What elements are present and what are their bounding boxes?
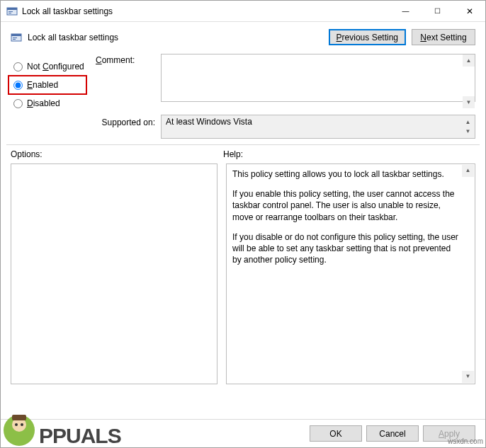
radio-enabled-input[interactable]	[13, 81, 23, 90]
state-radio-group: Not Configured Enabled Disabled	[11, 54, 96, 112]
supported-value: At least Windows Vista	[166, 117, 252, 127]
scroll-down-icon[interactable]: ▼	[462, 371, 474, 383]
policy-icon	[6, 6, 18, 17]
previous-setting-button[interactable]: Previous Setting	[329, 29, 406, 45]
window-controls: — ☐ ✕	[390, 1, 485, 21]
titlebar: Lock all taskbar settings — ☐ ✕	[1, 1, 485, 22]
radio-not-configured-input[interactable]	[13, 62, 23, 71]
apply-u: A	[439, 429, 444, 439]
policy-name: Lock all taskbar settings	[28, 33, 329, 42]
radio-not-configured[interactable]: Not Configured	[11, 58, 96, 75]
header-row: Lock all taskbar settings Previous Setti…	[1, 22, 485, 48]
previous-u: P	[337, 33, 342, 42]
scroll-up-icon[interactable]: ▲	[462, 165, 474, 177]
supported-row: Supported on: At least Windows Vista ▲ ▼	[1, 112, 485, 144]
scroll-down-icon[interactable]: ▼	[463, 96, 475, 108]
next-setting-button[interactable]: Next Setting	[412, 29, 475, 45]
help-label: Help:	[223, 149, 475, 159]
next-u: N	[420, 33, 426, 42]
help-pane: This policy setting allows you to lock a…	[226, 163, 475, 384]
enabled-highlight: Enabled	[8, 75, 87, 95]
scroll-up-icon[interactable]: ▲	[463, 54, 475, 67]
svg-rect-1	[7, 8, 17, 10]
ok-button[interactable]: OK	[310, 425, 362, 442]
radio-disabled-label: Disabled	[27, 98, 60, 108]
svg-rect-7	[13, 39, 16, 40]
comment-wrap: ▲ ▼	[161, 54, 475, 112]
mid-labels: Options: Help:	[1, 149, 485, 163]
options-label: Options:	[11, 149, 223, 159]
radio-not-configured-label: Not Configured	[27, 62, 84, 71]
radio-enabled-label: Enabled	[27, 80, 58, 90]
svg-rect-3	[9, 13, 11, 13]
svg-rect-5	[11, 34, 21, 36]
radio-disabled[interactable]: Disabled	[11, 95, 96, 112]
policy-icon	[11, 32, 22, 43]
comment-col: Comment: ▲ ▼	[96, 54, 475, 112]
svg-rect-6	[13, 38, 17, 38]
origin-text: wsxdn.com	[448, 437, 483, 445]
close-button[interactable]: ✕	[453, 1, 485, 21]
cancel-button[interactable]: Cancel	[366, 425, 419, 442]
supported-label: Supported on:	[11, 115, 155, 127]
panes: This policy setting allows you to lock a…	[1, 163, 485, 419]
minimize-button[interactable]: —	[390, 1, 422, 21]
svg-rect-2	[9, 11, 13, 12]
scroll-down-icon[interactable]: ▼	[462, 125, 474, 137]
supported-value-box: At least Windows Vista ▲ ▼	[161, 115, 475, 139]
maximize-button[interactable]: ☐	[422, 1, 453, 21]
help-p2: If you enable this policy setting, the u…	[232, 188, 460, 223]
previous-rest: revious Setting	[342, 33, 398, 42]
window-title: Lock all taskbar settings	[22, 6, 390, 16]
help-p1: This policy setting allows you to lock a…	[232, 168, 460, 180]
divider	[6, 144, 480, 145]
comment-input[interactable]	[161, 54, 475, 102]
options-pane	[11, 163, 217, 384]
state-area: Not Configured Enabled Disabled Comment:…	[1, 48, 485, 112]
radio-enabled[interactable]: Enabled	[11, 76, 61, 93]
nav-buttons: Previous Setting Next Setting	[329, 29, 475, 45]
help-p3: If you disable or do not configure this …	[232, 231, 460, 266]
dialog-window: Lock all taskbar settings — ☐ ✕ Lock all…	[0, 0, 486, 448]
comment-label: Comment:	[96, 54, 155, 112]
next-rest: ext Setting	[426, 33, 467, 42]
bottom-bar: OK Cancel Apply	[1, 419, 485, 447]
radio-disabled-input[interactable]	[13, 99, 23, 108]
